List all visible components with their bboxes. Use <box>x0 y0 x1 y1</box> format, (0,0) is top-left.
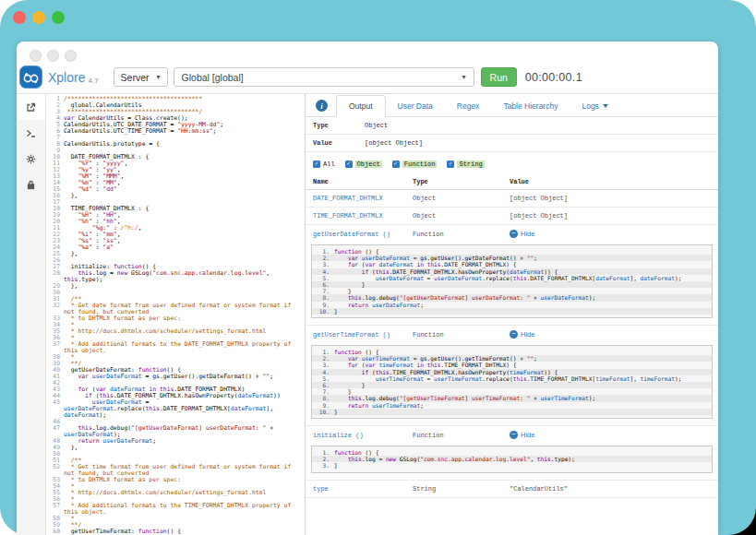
source-line: 8. this.log.debug("[getUserDateFormat] u… <box>312 294 712 301</box>
inner-window-controls <box>17 42 718 64</box>
collapse-icon: − <box>510 230 518 238</box>
checkbox-checked-icon: ✓ <box>345 160 353 168</box>
filter-checkbox-all[interactable]: ✓All <box>313 160 335 168</box>
xplore-logo-icon <box>19 65 42 89</box>
tab-table-hierarchy[interactable]: Table Hierarchy <box>491 96 570 116</box>
tab-logs[interactable]: Logs <box>570 96 619 116</box>
filter-checkbox-string[interactable]: ✓String <box>447 160 484 168</box>
code-line[interactable]: 28 this.log = new GSLog("com.snc.app.cal… <box>46 270 305 283</box>
source-line-number: 8. <box>312 395 334 401</box>
window-control-maximize[interactable] <box>52 11 65 24</box>
filter-label: String <box>457 160 484 168</box>
code-line[interactable]: 47 this.log.debug("[getUserDateFormat] u… <box>46 425 305 438</box>
scope-dropdown[interactable]: Global [global] ▾ <box>174 67 474 87</box>
source-line: 10.} <box>312 409 712 415</box>
code-line[interactable]: 29 }, <box>46 283 305 290</box>
source-line: 5. userDateFormat = userDateFormat.repla… <box>312 275 712 281</box>
row-value: "CalendarUtils" <box>510 485 568 493</box>
source-line-code: return userDateFormat; <box>334 302 712 308</box>
row-value: [object Object] <box>510 212 568 220</box>
filter-label: Function <box>402 160 438 168</box>
property-name-link[interactable]: TIME_FORMAT_DHTMLX <box>313 212 383 220</box>
hide-button[interactable]: −Hide <box>510 431 534 439</box>
tab-output[interactable]: Output <box>336 95 386 117</box>
window-control-maximize[interactable] <box>65 50 77 62</box>
source-line: 5. userTimeFormat = userTimeFormat.repla… <box>312 375 712 382</box>
source-line-number: 9. <box>312 302 334 308</box>
source-line-number: 1. <box>312 248 334 255</box>
code-line[interactable]: 58 * <box>46 516 305 522</box>
code-line[interactable]: 52 * Get time format from user defined f… <box>46 464 305 477</box>
main-content: 1/**************************************… <box>17 94 718 535</box>
hide-button[interactable]: −Hide <box>510 230 534 238</box>
code-line[interactable]: 57 * Add additional formats to the TIME_… <box>46 503 305 516</box>
property-name-link[interactable]: getUserDateFormat () <box>313 231 390 238</box>
tab-user-data[interactable]: User Data <box>386 96 445 116</box>
filter-checkbox-function[interactable]: ✓Function <box>392 160 438 168</box>
code-line[interactable]: 32 * Get date format from user defined f… <box>46 303 305 315</box>
source-line-code: var userDateFormat = gs.getUser().getDat… <box>334 255 712 261</box>
source-line-code: } <box>334 281 712 288</box>
row-type: Object <box>413 212 510 220</box>
source-line-number: 3. <box>312 362 334 368</box>
sidebar-item-terminal[interactable] <box>17 120 45 146</box>
code-line[interactable]: 48 return userDateFormat; <box>46 438 305 445</box>
code-line[interactable]: 25 }, <box>46 251 305 257</box>
code-line[interactable]: 24 "%a" : "a" <box>46 244 305 251</box>
code-line[interactable]: 8CalendarUtils.prototype = { <box>46 141 305 148</box>
info-icon[interactable]: i <box>316 100 328 112</box>
window-control-minimize[interactable] <box>47 50 59 62</box>
line-code: * Add additional formats to the DATE_FOR… <box>64 341 305 354</box>
code-line[interactable]: 53 * to DHTMLX format as per spec: <box>46 477 305 483</box>
type-filters: ✓All✓Object✓Function✓String <box>306 152 718 174</box>
table-row: TIME_FORMAT_DHTMLXObject[object Object] <box>306 208 718 225</box>
code-line[interactable]: 50 <box>46 451 305 458</box>
code-line[interactable]: 16 }, <box>46 193 305 199</box>
window-control-close[interactable] <box>13 11 26 24</box>
source-line-number: 1. <box>312 449 334 456</box>
code-editor[interactable]: 1/**************************************… <box>46 94 306 535</box>
line-number: 2 <box>46 102 64 109</box>
window-control-close[interactable] <box>30 50 42 62</box>
sidebar-item-settings[interactable] <box>17 146 45 172</box>
source-line-number: 10. <box>312 409 334 415</box>
code-line[interactable]: 45 userDateFormat = userDateFormat.repla… <box>46 399 305 419</box>
tab-regex[interactable]: Regex <box>445 96 492 116</box>
hide-button[interactable]: −Hide <box>510 330 534 339</box>
property-name-link[interactable]: DATE_FORMAT_DHTMLX <box>313 195 383 202</box>
server-dropdown[interactable]: Server ▾ <box>114 67 168 87</box>
code-line[interactable]: 49 }, <box>46 445 305 451</box>
property-name-link[interactable]: type <box>313 485 329 493</box>
source-line-code: } <box>334 308 712 315</box>
code-line[interactable]: 15 "%d" : "dd" <box>46 186 305 193</box>
line-number: 6 <box>46 128 64 135</box>
code-line[interactable]: 33 * to DHTMLX format as per spec: <box>46 315 305 322</box>
line-code: }, <box>64 283 305 290</box>
source-line-number: 9. <box>312 402 334 409</box>
source-line-code: this.log.debug("[getUserTimeFormat] user… <box>334 395 712 401</box>
code-line[interactable]: 38 * <box>46 354 305 361</box>
value-value: [object Object] <box>365 139 423 147</box>
collapse-icon: − <box>510 431 518 439</box>
code-line[interactable]: 55 * http://docs.dhtmlx.com/scheduler/se… <box>46 490 305 496</box>
code-line[interactable]: 30 <box>46 290 305 296</box>
property-name-link[interactable]: initialize () <box>313 432 364 439</box>
sidebar-item-security[interactable] <box>17 172 45 197</box>
code-line[interactable]: 41 var userDateFormat = gs.getUser().get… <box>46 374 305 380</box>
code-line[interactable]: 35 * http://docs.dhtmlx.com/scheduler/se… <box>46 328 305 335</box>
code-line[interactable]: 37 * Add additional formats to the DATE_… <box>46 341 305 354</box>
source-line-code: return userTimeFormat; <box>334 402 712 409</box>
function-source-block: 1.function () {2. var userDateFormat = g… <box>311 244 713 318</box>
execution-timer: 00:00:00.1 <box>525 71 582 84</box>
filter-checkbox-object[interactable]: ✓Object <box>345 160 382 168</box>
property-name-link[interactable]: getUserTimeFormat () <box>313 331 390 339</box>
sidebar-item-open-external[interactable] <box>17 94 45 120</box>
run-button[interactable]: Run <box>481 67 517 87</box>
code-line[interactable]: 6CalendarUtils.UTC_TIME_FORMAT = "HH:mm:… <box>46 128 305 135</box>
source-line: 6. } <box>312 281 712 288</box>
column-header-value: Value <box>510 178 718 185</box>
source-line-code: } <box>334 382 712 388</box>
window-control-minimize[interactable] <box>32 11 45 24</box>
source-line-number: 7. <box>312 288 334 294</box>
line-code: "%d" : "dd" <box>64 186 305 193</box>
